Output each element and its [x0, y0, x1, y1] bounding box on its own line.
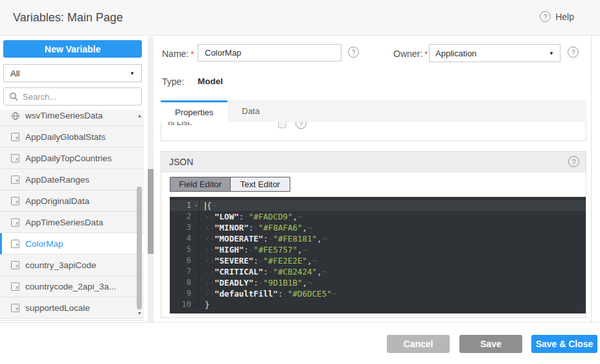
code-content: ··"SEVERE":·"#FE2E2E",¬ [200, 255, 317, 266]
variable-filter-dropdown[interactable]: All ▼ [3, 64, 142, 82]
sidebar-item-label: countrycode_2api_3a... [25, 282, 116, 291]
name-input[interactable] [198, 44, 341, 62]
cancel-button[interactable]: Cancel [387, 335, 450, 353]
is-list-row: Is List: ? [161, 122, 586, 141]
line-number: 4 [170, 233, 200, 244]
fold-caret-icon[interactable]: ▾ [194, 200, 198, 211]
variable-list: wsvTimeSeriesDataxAppDailyGlobalStatsxAp… [0, 110, 144, 321]
code-content: ··"CRITICAL":·"#CB2424",¬ [200, 266, 327, 277]
code-line-5[interactable]: 5··"HIGH":·"#FE5757",¬ [170, 244, 586, 255]
help-label: Help [555, 12, 574, 22]
code-line-8[interactable]: 8··"DEADLY":·"9D1B1B",¬ [170, 277, 586, 288]
sidebar-item-wsvtimeseriesdata[interactable]: wsvTimeSeriesData [0, 110, 144, 126]
json-section: JSON ? Field EditorText Editor 1▾{¬2··"L… [161, 151, 586, 318]
json-editor-mode-tabs: Field EditorText Editor [170, 177, 290, 192]
page-header: Variables: Main Page ? Help [0, 0, 600, 36]
sidebar-item-appdailyglobalstats[interactable]: xAppDailyGlobalStats [0, 126, 144, 148]
code-content: ··"HIGH":·"#FE5757",¬ [200, 244, 307, 255]
sidebar-item-appdailytopcountries[interactable]: xAppDailyTopCountries [0, 148, 144, 169]
variable-editor-panel: Name:* ? Owner:* Application ▼ ? Type: M… [156, 36, 592, 322]
type-label: Type: [162, 76, 184, 87]
code-line-2[interactable]: 2··"LOW":·"#FADCD9",¬ [170, 211, 586, 222]
sidebar-item-label: AppOriginalData [25, 196, 89, 206]
page-title: Variables: Main Page [13, 0, 123, 36]
code-content: {¬ [200, 200, 216, 211]
variables-page: Variables: Main Page ? Help New Variable… [0, 0, 600, 364]
help-icon: ? [540, 11, 551, 22]
sidebar-item-label: ColorMap [25, 239, 63, 249]
new-variable-button[interactable]: New Variable [3, 40, 142, 58]
text-editor-tab[interactable]: Text Editor [230, 177, 290, 191]
sidebar-item-country-3apicode[interactable]: xcountry_3apiCode [0, 255, 144, 276]
variable-icon: x [11, 304, 19, 312]
variable-icon: x [11, 261, 19, 269]
sidebar-item-label: wsvTimeSeriesData [25, 111, 103, 120]
variable-list-scrollbar[interactable]: ▲ ▼ [136, 112, 143, 317]
scrollbar-thumb[interactable] [137, 187, 142, 310]
code-content: ··"LOW":·"#FADCD9",¬ [200, 211, 303, 222]
save-button[interactable]: Save [459, 335, 522, 353]
code-line-6[interactable]: 6··"SEVERE":·"#FE2E2E",¬ [170, 255, 586, 266]
help-link[interactable]: ? Help [540, 11, 574, 22]
code-line-7[interactable]: 7··"CRITICAL":·"#CB2424",¬ [170, 266, 586, 277]
type-value: Model [198, 76, 223, 86]
panel-scrollbar[interactable] [148, 36, 154, 322]
owner-select[interactable]: Application ▼ [429, 44, 560, 62]
chevron-down-icon: ▼ [549, 51, 554, 56]
name-help-icon[interactable]: ? [348, 47, 359, 58]
code-content: ··"MINOR":·"#F8AFA6",¬ [200, 222, 312, 233]
search-icon [9, 92, 18, 101]
text-cursor [205, 202, 206, 210]
chevron-down-icon: ▼ [130, 71, 135, 76]
tab-data[interactable]: Data [227, 100, 273, 122]
line-number: 1▾ [170, 200, 200, 211]
variable-icon: x [11, 176, 19, 184]
owner-help-icon[interactable]: ? [568, 47, 579, 58]
code-line-3[interactable]: 3··"MINOR":·"#F8AFA6",¬ [170, 222, 586, 233]
sidebar-item-label: AppDateRanges [25, 175, 89, 185]
sidebar-item-label: AppDailyTopCountries [25, 154, 112, 163]
sidebar-item-supportedlocale[interactable]: xsupportedLocale [0, 297, 144, 319]
code-line-9[interactable]: 9··"defaultFill":·"#D6DCE5"¬ [170, 288, 586, 299]
search-input[interactable] [23, 92, 126, 102]
sidebar-item-label: AppDailyGlobalStats [25, 132, 106, 142]
variable-icon: x [11, 218, 19, 227]
code-content: ··"defaultFill":·"#D6DCE5"¬ [200, 288, 336, 299]
is-list-label: Is List: [168, 122, 192, 127]
json-code-editor[interactable]: 1▾{¬2··"LOW":·"#FADCD9",¬3··"MINOR":·"#F… [170, 197, 586, 313]
line-number: 9 [170, 288, 200, 299]
code-content: } [200, 299, 210, 310]
variable-icon: x [11, 154, 19, 163]
field-editor-tab[interactable]: Field Editor [170, 177, 230, 191]
sidebar-item-label: AppTimeSeriesData [25, 218, 103, 227]
is-list-help-icon[interactable]: ? [295, 122, 306, 129]
variable-icon: x [11, 133, 19, 141]
save-and-close-button[interactable]: Save & Close [531, 335, 597, 353]
search-box [3, 87, 142, 106]
scroll-down-icon[interactable]: ▼ [136, 310, 143, 317]
owner-label: Owner:* [393, 49, 428, 59]
tab-properties[interactable]: Properties [161, 100, 227, 122]
scroll-up-icon[interactable]: ▲ [136, 112, 143, 119]
panel-scrollbar-thumb[interactable] [148, 169, 154, 254]
required-marker: * [190, 49, 194, 59]
is-list-checkbox[interactable] [278, 122, 286, 128]
line-number: 6 [170, 255, 200, 266]
variable-icon: x [11, 240, 19, 248]
code-line-4[interactable]: 4··"MODERATE":·"#FE8181",¬ [170, 233, 586, 244]
code-line-10[interactable]: 10} [170, 299, 586, 310]
sidebar-item-apptimeseriesdata[interactable]: xAppTimeSeriesData [0, 212, 144, 233]
variable-icon: x [11, 197, 19, 205]
sidebar-item-appdateranges[interactable]: xAppDateRanges [0, 169, 144, 190]
sidebar-item-label: supportedLocale [25, 303, 90, 313]
line-number: 7 [170, 266, 200, 277]
sidebar-item-label: country_3apiCode [25, 260, 97, 270]
code-line-1[interactable]: 1▾{¬ [170, 200, 586, 211]
json-help-icon[interactable]: ? [568, 156, 579, 167]
json-section-header: JSON ? [161, 152, 586, 172]
required-marker: * [424, 49, 428, 59]
sidebar-item-countrycode-2api-3a-[interactable]: xcountrycode_2api_3a... [0, 276, 144, 297]
sidebar-item-apporiginaldata[interactable]: xAppOriginalData [0, 190, 144, 212]
globe-icon [11, 111, 19, 120]
sidebar-item-colormap[interactable]: xColorMap [0, 233, 144, 255]
